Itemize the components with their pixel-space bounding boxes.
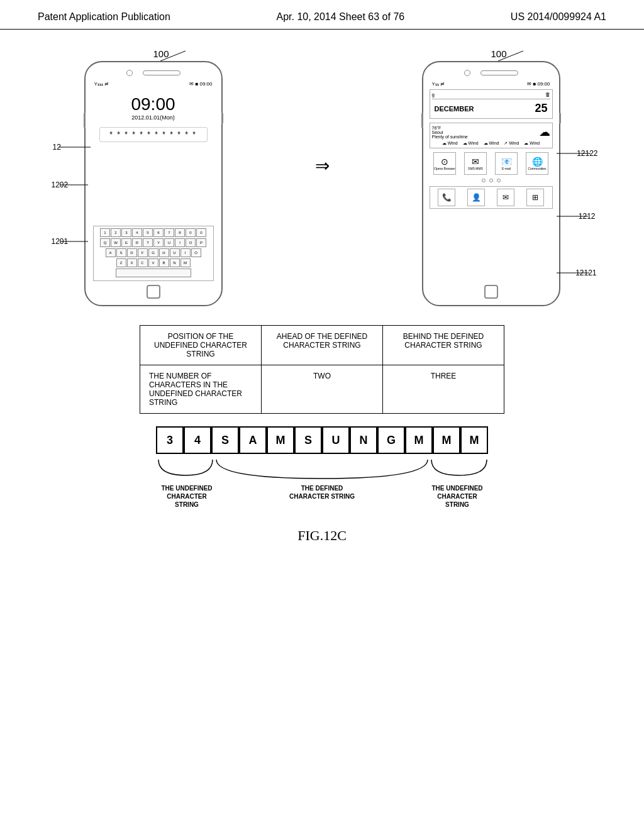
kb-key: O (191, 248, 201, 257)
dock-contacts: 👤 (467, 189, 485, 206)
kb-row-qwerty: Q W E R T Y U I O P (95, 238, 212, 247)
kb-key: 4 (132, 228, 142, 237)
cal-icon: g (432, 92, 435, 97)
table-data-col3: THREE (383, 365, 504, 414)
right-phone-wrapper: 100 Y₁₁ ≓ ✉ ■ 09:00 (422, 61, 560, 306)
kb-key: S (116, 248, 126, 257)
char-diagram: 3 4 S A M S U N G M M M THE UNDEFINEDCHA… (133, 426, 511, 509)
right-phone-camera (464, 70, 470, 76)
lock-time: 09:00 (93, 94, 214, 114)
phone-top (89, 67, 218, 79)
app-icon-opera: ⊙ Opera Browser (433, 152, 456, 175)
kb-key: Q (100, 238, 110, 247)
figure-label: FIG.12C (38, 528, 606, 544)
kb-key: Z (116, 258, 126, 267)
left-phone: Y₁₁₁ ≓ ✉ ■ 09:00 09:00 2012.01.01(Mon) *… (84, 61, 223, 306)
kb-key: N (170, 258, 180, 267)
table-data-col1: THE NUMBER OF CHARACTERS IN THE UNDEFINE… (140, 365, 262, 414)
main-content: 100 Y₁₁₁ ≓ ✉ ■ 09:00 (0, 30, 644, 556)
keyboard: 1 2 3 4 5 6 7 8 0 0 Q (93, 226, 214, 281)
char-box-0: 3 (156, 426, 184, 454)
char-boxes-row: 3 4 S A M S U N G M M M (133, 426, 511, 454)
dock-messages: ✉ (497, 189, 514, 206)
weather-day-1: ☁ Wind (442, 141, 458, 146)
app-label-comm: Communities (528, 167, 546, 170)
dot-2 (489, 179, 493, 182)
right-phone-speaker (480, 70, 518, 75)
char-box-10: M (433, 426, 460, 454)
kb-key: I (180, 248, 191, 257)
header-publication: Patent Application Publication (38, 11, 170, 23)
table-row-headers: POSITION OF THE UNDEFINED CHARACTER STRI… (140, 326, 504, 365)
table-col2-header-text: AHEAD OF THE DEFINED CHARACTER STRING (277, 332, 367, 350)
lock-date: 2012.01.01(Mon) (93, 114, 214, 121)
header-patent-number: US 2014/0099924 A1 (511, 11, 606, 23)
phones-row: 100 Y₁₁₁ ≓ ✉ ■ 09:00 (38, 55, 606, 306)
left-phone-wrapper: 100 Y₁₁₁ ≓ ✉ ■ 09:00 (84, 61, 223, 306)
kb-row-numbers: 1 2 3 4 5 6 7 8 0 0 (95, 228, 212, 237)
weather-widget: 76°F Seoul Plenty of sunshine ☁ ☁ Wind ☁… (430, 123, 553, 148)
table-col3-header-text: BEHIND THE DEFINED CHARACTER STRING (403, 332, 484, 350)
page-header: Patent Application Publication Apr. 10, … (0, 0, 644, 30)
phone-camera (126, 70, 133, 76)
kb-key: 1 (100, 228, 110, 237)
phone-speaker (143, 70, 180, 75)
kb-space (116, 268, 191, 277)
kb-row-zxcv: Z X C V B N M (95, 258, 212, 267)
kb-key: B (159, 258, 169, 267)
lock-stars: * * * * * * * * * * * * (99, 127, 208, 142)
kb-key: E (121, 238, 131, 247)
char-box-11: M (460, 426, 488, 454)
figure-label-text: FIG.12C (297, 528, 347, 543)
home-screen: g 🗑 DECEMBER 25 (427, 88, 555, 282)
transition-arrow: ⇒ (315, 155, 330, 176)
cal-header: g 🗑 (432, 92, 550, 99)
char-box-5: S (294, 426, 322, 454)
table-data-col3-text: THREE (431, 372, 457, 380)
cal-day: 25 (535, 102, 547, 115)
dock-row: 📞 👤 ✉ ⊞ (430, 186, 553, 209)
kb-key: G (148, 248, 158, 257)
kb-key: 2 (111, 228, 121, 237)
kb-key: R (132, 238, 142, 247)
cal-body: DECEMBER 25 (432, 101, 550, 116)
kb-key: I (175, 238, 185, 247)
weather-day-2: ☁ Wind (463, 141, 479, 146)
char-box-3: A (239, 426, 267, 454)
kb-key: U (164, 238, 174, 247)
kb-row-space (95, 268, 212, 277)
kb-key: V (148, 258, 158, 267)
ref-1201-line (60, 241, 88, 242)
app-icon-symbol-email: 📧 (501, 157, 512, 167)
kb-key: P (196, 238, 206, 247)
table-data-col2-text: TWO (313, 372, 331, 380)
kb-key: U (170, 248, 180, 257)
ref-1202-line (60, 184, 88, 185)
table-row-data: THE NUMBER OF CHARACTERS IN THE UNDEFINE… (140, 365, 504, 414)
kb-key: 6 (153, 228, 164, 237)
dot-3 (497, 179, 501, 182)
char-box-8: G (377, 426, 405, 454)
table-section: POSITION OF THE UNDEFINED CHARACTER STRI… (38, 325, 606, 414)
table-data-col2: TWO (262, 365, 383, 414)
table-col1-header-text: POSITION OF THE UNDEFINED CHARACTER STRI… (154, 332, 247, 358)
brackets-svg (155, 456, 489, 482)
weather-day-3: ☁ Wind (484, 141, 499, 146)
undefined-label-1: THE UNDEFINEDCHARACTER STRING (155, 484, 218, 509)
defined-label-text: THE DEFINEDCHARACTER STRING (289, 485, 355, 500)
table-header-col2: AHEAD OF THE DEFINED CHARACTER STRING (262, 326, 383, 365)
char-box-9: M (405, 426, 433, 454)
app-icon-symbol: ⊙ (441, 157, 448, 167)
arrow-symbol: ⇒ (315, 155, 330, 176)
right-phone-right-btn (559, 113, 561, 124)
status-right: ✉ ■ 09:00 (189, 81, 212, 87)
kb-key: F (138, 248, 148, 257)
ref-12121-line (557, 272, 589, 274)
calendar-widget: g 🗑 DECEMBER 25 (430, 89, 553, 119)
status-bar-left: Y₁₁₁ ≓ ✉ ■ 09:00 (89, 80, 218, 88)
right-side-button (221, 113, 223, 124)
app-icons-row: ⊙ Opera Browser ✉ SMS·MMS 📧 E-mail 🌐 (430, 152, 553, 175)
cal-month: DECEMBER (435, 105, 474, 113)
undefined-label-2-text: THE UNDEFINEDCHARACTER STRING (431, 485, 482, 508)
kb-key: X (127, 258, 137, 267)
